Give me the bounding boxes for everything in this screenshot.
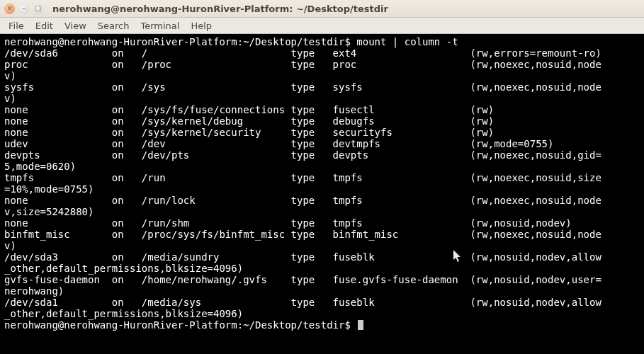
mount-row-wrap: v) <box>4 70 16 81</box>
mount-row: none on /sys/kernel/debug type debugfs (… <box>4 115 494 127</box>
mount-row: none on /run/lock type tmpfs (rw,noexec,… <box>4 195 601 206</box>
mount-row-wrap: nerohwang) <box>4 285 64 297</box>
terminal[interactable]: nerohwang@nerohwang-HuronRiver-Platform:… <box>0 34 644 354</box>
text-cursor <box>358 320 363 330</box>
mount-row-wrap: _other,default_permissions,blksize=4096) <box>4 263 243 274</box>
menu-help[interactable]: Help <box>185 19 218 33</box>
mount-row: none on /sys/kernel/security type securi… <box>4 127 494 138</box>
mount-row-wrap: v) <box>4 93 16 104</box>
mount-row: sysfs on /sys type sysfs (rw,noexec,nosu… <box>4 81 601 93</box>
menu-terminal[interactable]: Terminal <box>135 19 185 33</box>
mount-row-wrap: v) <box>4 240 16 251</box>
mount-row: devpts on /dev/pts type devpts (rw,noexe… <box>4 149 601 161</box>
mount-row: udev on /dev type devtmpfs (rw,mode=0755… <box>4 138 553 149</box>
mount-row: proc on /proc type proc (rw,noexec,nosui… <box>4 59 601 70</box>
menu-view[interactable]: View <box>59 19 92 33</box>
command: mount | column -t <box>356 36 458 47</box>
window-titlebar: × – ▢ nerohwang@nerohwang-HuronRiver-Pla… <box>0 0 644 18</box>
prompt: nerohwang@nerohwang-HuronRiver-Platform:… <box>4 319 356 331</box>
mount-row: /dev/sda1 on /media/sys type fuseblk (rw… <box>4 297 601 308</box>
mount-row: /dev/sda3 on /media/sundry type fuseblk … <box>4 251 601 263</box>
mount-row-wrap: v,size=5242880) <box>4 206 94 217</box>
menu-file[interactable]: File <box>3 19 30 33</box>
maximize-icon[interactable]: ▢ <box>33 4 43 14</box>
window-title: nerohwang@nerohwang-HuronRiver-Platform:… <box>52 4 388 14</box>
mount-row-wrap: 5,mode=0620) <box>4 161 76 172</box>
mount-row: /dev/sda6 on / type ext4 (rw,errors=remo… <box>4 47 601 59</box>
menu-search[interactable]: Search <box>92 19 135 33</box>
mount-row: none on /run/shm type tmpfs (rw,nosuid,n… <box>4 217 572 229</box>
mount-row-wrap: _other,default_permissions,blksize=4096) <box>4 308 243 319</box>
menu-edit[interactable]: Edit <box>30 19 59 33</box>
minimize-icon[interactable]: – <box>18 4 29 14</box>
mount-row: none on /sys/fs/fuse/connections type fu… <box>4 104 494 115</box>
mount-row: binfmt_misc on /proc/sys/fs/binfmt_misc … <box>4 229 601 240</box>
close-icon[interactable]: × <box>4 4 15 14</box>
mount-row: gvfs-fuse-daemon on /home/nerohwang/.gvf… <box>4 274 601 285</box>
prompt: nerohwang@nerohwang-HuronRiver-Platform:… <box>4 36 356 47</box>
menubar: File Edit View Search Terminal Help <box>0 18 644 34</box>
mount-row-wrap: =10%,mode=0755) <box>4 183 94 195</box>
mount-row: tmpfs on /run type tmpfs (rw,noexec,nosu… <box>4 172 601 183</box>
